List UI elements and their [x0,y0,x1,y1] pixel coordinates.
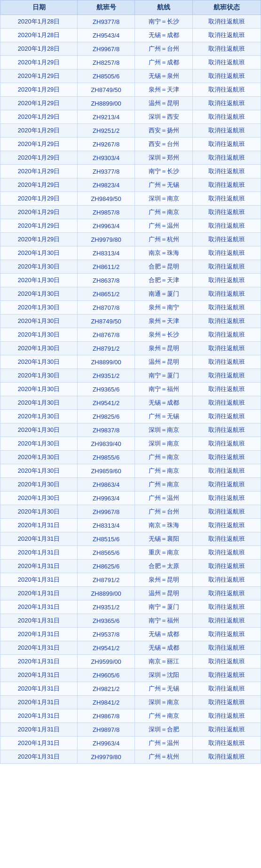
table-row: 2020年1月29日ZH9979/80广州＝杭州取消往返航班 [0,233,261,246]
cell-date: 2020年1月29日 [0,83,78,97]
cell-flight-no: ZH8313/4 [78,246,135,260]
cell-status: 取消往返航班 [193,587,261,600]
cell-flight-no: ZH8749/50 [78,83,135,97]
cell-date: 2020年1月30日 [0,355,78,369]
cell-flight-no: ZH8611/2 [78,260,135,274]
cell-flight-no: ZH9541/2 [78,641,135,655]
table-row: 2020年1月29日ZH9857/8广州＝南京取消往返航班 [0,206,261,219]
table-row: 2020年1月30日ZH8707/8泉州＝南宁取消往返航班 [0,301,261,315]
cell-status: 取消往返航班 [193,315,261,328]
cell-date: 2020年1月31日 [0,723,78,737]
table-row: 2020年1月29日ZH9267/8西安＝台州取消往返航班 [0,138,261,151]
table-row: 2020年1月29日ZH9377/8南宁＝长沙取消往返航班 [0,165,261,178]
cell-date: 2020年1月28日 [0,29,78,42]
cell-route: 南宁＝厦门 [135,369,193,383]
cell-flight-no: ZH9267/8 [78,138,135,151]
cell-date: 2020年1月31日 [0,546,78,560]
cell-status: 取消往返航班 [193,219,261,233]
cell-route: 深圳＝南京 [135,696,193,709]
cell-status: 取消往返航班 [193,560,261,573]
cell-route: 南通＝厦门 [135,287,193,301]
cell-flight-no: ZH8625/6 [78,560,135,573]
cell-route: 广州＝无锡 [135,682,193,696]
cell-date: 2020年1月29日 [0,110,78,124]
cell-route: 无锡＝成都 [135,641,193,655]
cell-flight-no: ZH9537/8 [78,628,135,641]
table-row: 2020年1月30日ZH9839/40深圳＝南京取消往返航班 [0,437,261,451]
table-row: 2020年1月30日ZH9967/8广州＝台州取消往返航班 [0,505,261,519]
cell-status: 取消往返航班 [193,97,261,110]
cell-route: 广州＝南京 [135,451,193,464]
cell-flight-no: ZH8651/2 [78,287,135,301]
cell-flight-no: ZH9963/4 [78,737,135,750]
cell-status: 取消往返航班 [193,138,261,151]
table-row: 2020年1月29日ZH9823/4广州＝无锡取消往返航班 [0,178,261,192]
cell-status: 取消往返航班 [193,165,261,178]
table-row: 2020年1月31日ZH9979/80广州＝杭州取消往返航班 [0,750,261,764]
table-row: 2020年1月30日ZH9963/4广州＝温州取消往返航班 [0,492,261,505]
table-row: 2020年1月30日ZH9855/6广州＝南京取消往返航班 [0,451,261,464]
cell-flight-no: ZH9867/8 [78,709,135,723]
cell-route: 广州＝温州 [135,492,193,505]
cell-flight-no: ZH9857/8 [78,206,135,219]
cell-date: 2020年1月31日 [0,750,78,764]
cell-date: 2020年1月30日 [0,383,78,396]
cell-flight-no: ZH9821/2 [78,682,135,696]
table-row: 2020年1月29日ZH9849/50深圳＝南京取消往返航班 [0,192,261,206]
cell-flight-no: ZH8505/6 [78,69,135,83]
cell-date: 2020年1月29日 [0,165,78,178]
cell-route: 南京＝珠海 [135,519,193,532]
cell-flight-no: ZH9849/50 [78,192,135,206]
cell-status: 取消往返航班 [193,723,261,737]
cell-route: 深圳＝南京 [135,192,193,206]
cell-route: 合肥＝昆明 [135,260,193,274]
table-row: 2020年1月30日ZH9837/8深圳＝南京取消往返航班 [0,423,261,437]
cell-status: 取消往返航班 [193,737,261,750]
cell-date: 2020年1月29日 [0,206,78,219]
cell-route: 重庆＝南京 [135,546,193,560]
cell-route: 无锡＝成都 [135,29,193,42]
cell-date: 2020年1月31日 [0,532,78,546]
cell-status: 取消往返航班 [193,287,261,301]
cell-status: 取消往返航班 [193,410,261,423]
cell-status: 取消往返航班 [193,519,261,532]
header-status: 航班状态 [193,0,261,15]
cell-status: 取消往返航班 [193,655,261,668]
table-row: 2020年1月31日ZH9537/8无锡＝成都取消往返航班 [0,628,261,641]
cell-status: 取消往返航班 [193,42,261,56]
cell-route: 温州＝昆明 [135,355,193,369]
table-row: 2020年1月30日ZH8313/4南京＝珠海取消往返航班 [0,246,261,260]
cell-route: 泉州＝昆明 [135,342,193,355]
cell-flight-no: ZH8565/6 [78,546,135,560]
cell-route: 温州＝昆明 [135,97,193,110]
cell-route: 广州＝成都 [135,56,193,69]
cell-date: 2020年1月30日 [0,396,78,410]
cell-status: 取消往返航班 [193,301,261,315]
cell-date: 2020年1月30日 [0,315,78,328]
cell-flight-no: ZH9839/40 [78,437,135,451]
table-row: 2020年1月29日ZH8899/00温州＝昆明取消往返航班 [0,97,261,110]
cell-status: 取消往返航班 [193,546,261,560]
cell-route: 南宁＝福州 [135,383,193,396]
cell-route: 南京＝丽江 [135,655,193,668]
cell-status: 取消往返航班 [193,464,261,478]
cell-status: 取消往返航班 [193,628,261,641]
cell-flight-no: ZH9863/4 [78,478,135,492]
cell-status: 取消往返航班 [193,342,261,355]
cell-status: 取消往返航班 [193,505,261,519]
cell-route: 深圳＝南京 [135,423,193,437]
cell-route: 无锡＝成都 [135,628,193,641]
table-row: 2020年1月31日ZH8515/6无锡＝襄阳取消往返航班 [0,532,261,546]
table-row: 2020年1月31日ZH9821/2广州＝无锡取消往返航班 [0,682,261,696]
cell-date: 2020年1月31日 [0,696,78,709]
cell-route: 深圳＝沈阳 [135,668,193,682]
table-row: 2020年1月29日ZH8257/8广州＝成都取消往返航班 [0,56,261,69]
cell-date: 2020年1月31日 [0,737,78,750]
cell-status: 取消往返航班 [193,15,261,29]
cell-date: 2020年1月29日 [0,56,78,69]
cell-date: 2020年1月30日 [0,464,78,478]
cell-status: 取消往返航班 [193,56,261,69]
cell-flight-no: ZH9351/2 [78,369,135,383]
header-route: 航线 [135,0,193,15]
table-row: 2020年1月28日ZH9543/4无锡＝成都取消往返航班 [0,29,261,42]
